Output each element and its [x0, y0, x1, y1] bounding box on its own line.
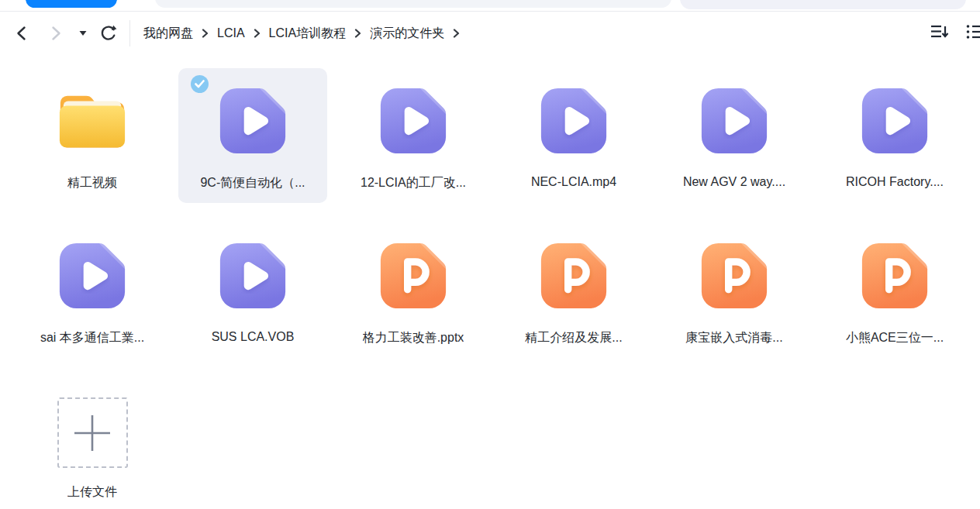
refresh-button[interactable]: [99, 24, 118, 43]
file-name: 格力工装改善.pptx: [363, 330, 464, 346]
back-arrow-icon: [14, 25, 29, 42]
file-tile[interactable]: 小熊ACE三位一...: [820, 223, 969, 358]
breadcrumb-separator-icon: [453, 29, 460, 38]
breadcrumb-separator-icon: [202, 29, 209, 38]
file-name: SUS LCA.VOB: [212, 330, 295, 344]
refresh-icon: [99, 24, 118, 43]
file-icon-wrap: [216, 239, 289, 312]
file-tile[interactable]: 格力工装改善.pptx: [339, 223, 488, 358]
header-primary-button[interactable]: [26, 0, 117, 8]
file-icon-wrap: [698, 239, 771, 312]
upload-dropzone[interactable]: [57, 397, 128, 468]
video-file-icon: [377, 84, 450, 157]
file-name: 精工介绍及发展...: [525, 330, 622, 346]
file-name: 康宝嵌入式消毒...: [685, 330, 782, 346]
upload-label: 上传文件: [67, 484, 117, 500]
sort-button[interactable]: [930, 23, 949, 43]
file-icon-wrap: [377, 84, 450, 157]
file-name: New AGV 2 way....: [683, 175, 785, 189]
file-name: 9C-简便自动化（...: [200, 175, 305, 191]
file-icon-wrap: [56, 239, 129, 312]
breadcrumb: 我的网盘 LCIA LCIA培训教程 演示的文件夹: [143, 12, 460, 55]
video-file-icon: [56, 239, 129, 312]
video-file-icon: [216, 239, 289, 312]
plus-icon: [70, 411, 115, 456]
file-tile[interactable]: 精工视频: [18, 68, 167, 203]
forward-arrow-icon: [48, 25, 64, 42]
file-tile[interactable]: RICOH Factory....: [820, 68, 969, 203]
file-tile[interactable]: 9C-简便自动化（...: [178, 68, 327, 203]
list-view-icon: [966, 23, 980, 40]
selected-check-icon[interactable]: [191, 75, 209, 93]
file-name: 12-LCIA的工厂改...: [361, 175, 466, 191]
file-grid: 精工视频: [18, 68, 969, 509]
caret-down-icon: [79, 31, 87, 36]
ppt-file-icon: [377, 239, 450, 312]
file-name: RICOH Factory....: [846, 175, 944, 189]
header-search-bar[interactable]: [155, 0, 671, 8]
file-icon-wrap: [537, 239, 610, 312]
ppt-file-icon: [698, 239, 771, 312]
file-icon-wrap: [858, 239, 931, 312]
file-name: sai 本多通信工業...: [40, 330, 144, 346]
forward-button[interactable]: [48, 25, 64, 42]
upload-tile[interactable]: 上传文件: [18, 378, 167, 509]
history-dropdown-button[interactable]: [79, 31, 87, 36]
app-header-strip: [0, 0, 980, 12]
video-file-icon: [698, 84, 771, 157]
breadcrumb-item[interactable]: LCIA: [217, 26, 245, 40]
back-button[interactable]: [14, 25, 29, 42]
breadcrumb-separator-icon: [354, 29, 361, 38]
folder-icon: [56, 88, 129, 153]
header-right-panel: [680, 0, 966, 9]
file-tile[interactable]: sai 本多通信工業...: [18, 223, 167, 358]
toolbar-divider: [129, 20, 130, 46]
file-tile[interactable]: SUS LCA.VOB: [178, 223, 327, 358]
view-mode-button[interactable]: [966, 23, 980, 43]
file-tile[interactable]: 康宝嵌入式消毒...: [660, 223, 809, 358]
file-icon-wrap: [698, 84, 771, 157]
file-tile[interactable]: NEC-LCIA.mp4: [499, 68, 648, 203]
file-tile[interactable]: 12-LCIA的工厂改...: [339, 68, 488, 203]
breadcrumb-separator-icon: [254, 29, 261, 38]
breadcrumb-item[interactable]: 我的网盘: [143, 26, 193, 42]
file-icon-wrap: [858, 84, 931, 157]
file-icon-wrap: [537, 84, 610, 157]
video-file-icon: [858, 84, 931, 157]
file-name: 小熊ACE三位一...: [846, 330, 944, 346]
ppt-file-icon: [858, 239, 931, 312]
file-icon-wrap: [216, 84, 289, 157]
breadcrumb-item[interactable]: LCIA培训教程: [269, 26, 347, 42]
sort-order-icon: [930, 23, 949, 40]
navigation-toolbar: 我的网盘 LCIA LCIA培训教程 演示的文件夹: [0, 12, 980, 55]
file-name: NEC-LCIA.mp4: [531, 175, 616, 189]
breadcrumb-item[interactable]: 演示的文件夹: [370, 26, 444, 42]
video-file-icon: [537, 84, 610, 157]
file-name: 精工视频: [67, 175, 117, 191]
file-tile[interactable]: 精工介绍及发展...: [499, 223, 648, 358]
video-file-icon: [216, 84, 289, 157]
file-tile[interactable]: New AGV 2 way....: [660, 68, 809, 203]
ppt-file-icon: [537, 239, 610, 312]
file-icon-wrap: [56, 84, 129, 157]
file-icon-wrap: [377, 239, 450, 312]
